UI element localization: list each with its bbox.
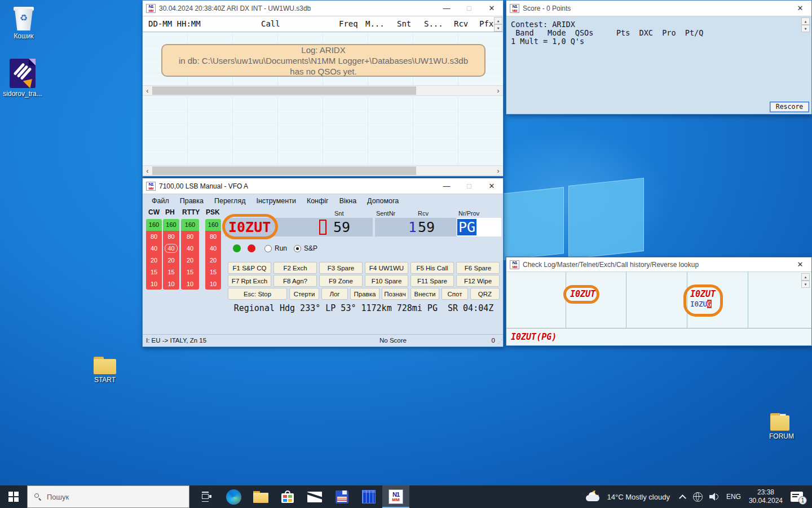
log-hscrollbar-bottom[interactable]: ‹ › <box>143 165 503 176</box>
rcv-field[interactable]: 59 <box>416 218 456 237</box>
score-spinner[interactable]: ▲▼ <box>801 17 810 32</box>
scroll-thumb[interactable] <box>152 86 416 95</box>
nrprov-field[interactable]: PG <box>457 218 501 237</box>
start-button[interactable] <box>0 485 27 508</box>
f8-button[interactable]: F8 Agn? <box>273 275 317 287</box>
scroll-thumb[interactable] <box>152 167 416 175</box>
band-button[interactable]: 40 <box>205 243 221 255</box>
log-button[interactable]: Лог <box>321 288 348 300</box>
band-button[interactable]: 160 <box>181 219 199 231</box>
f3-button[interactable]: F3 Spare <box>319 262 363 274</box>
minimize-icon[interactable]: — <box>435 1 458 16</box>
band-button[interactable]: 10 <box>205 278 221 290</box>
band-button[interactable]: 80 <box>163 231 179 243</box>
taskbar-clock[interactable]: 23:38 30.04.2024 <box>749 488 783 505</box>
f10-button[interactable]: F10 Spare <box>365 275 408 287</box>
menu-windows[interactable]: Вікна <box>339 197 356 205</box>
close-icon[interactable]: ✕ <box>789 257 811 271</box>
log-col[interactable]: Freq <box>339 19 358 28</box>
log-col[interactable]: DD-MM HH:MM <box>148 19 201 28</box>
desktop-icon-start-folder[interactable]: START <box>81 357 129 384</box>
scroll-right-icon[interactable]: › <box>493 166 503 176</box>
log-col[interactable]: M... <box>365 19 385 28</box>
log-header-spinner[interactable]: ▲▼ <box>494 17 502 32</box>
menu-edit[interactable]: Правка <box>180 197 204 205</box>
menu-file[interactable]: Файл <box>152 197 169 205</box>
menu-view[interactable]: Перегляд <box>214 197 245 205</box>
band-button[interactable]: 160 <box>146 219 162 231</box>
band-button[interactable]: 40 <box>146 243 162 255</box>
band-button[interactable]: 15 <box>146 266 162 278</box>
desktop-icon-sidorov-file[interactable]: sidorov_tra... <box>0 59 46 98</box>
check-spinner[interactable]: ▲▼ <box>801 273 810 288</box>
desktop-icon-forum-folder[interactable]: FORUM <box>758 413 805 440</box>
f11-button[interactable]: F11 Spare <box>411 275 454 287</box>
sentnr-field[interactable]: 1 <box>375 218 419 237</box>
sp-radio-selected[interactable] <box>294 245 301 252</box>
snt-field[interactable]: 59 <box>331 218 373 237</box>
band-button[interactable]: 80 <box>181 231 199 243</box>
f7-button[interactable]: F7 Rpt Exch <box>228 275 271 287</box>
band-button[interactable]: 160 <box>163 219 179 231</box>
desktop-icon-recycle-bin[interactable]: ♻ Кошик <box>0 5 47 40</box>
band-button[interactable]: 160 <box>205 219 221 231</box>
speaker-icon[interactable] <box>709 493 720 501</box>
run-radio[interactable] <box>264 245 272 252</box>
taskbar-store[interactable] <box>274 485 301 508</box>
minimize-icon[interactable]: — <box>435 178 458 194</box>
network-globe-icon[interactable] <box>693 492 703 502</box>
mark-button[interactable]: Познач <box>382 288 408 300</box>
band-button[interactable]: 80 <box>205 231 221 243</box>
check-call-master[interactable]: I0ZUT <box>690 289 716 299</box>
entry-window-titlebar[interactable]: N1MM 7100,00 LSB Manual - VFO A — □ ✕ <box>143 178 503 194</box>
scroll-left-icon[interactable]: ‹ <box>143 86 152 95</box>
language-indicator[interactable]: ENG <box>726 493 741 501</box>
band-button[interactable]: 40 <box>181 243 199 255</box>
check-call-log[interactable]: I0ZUT <box>570 289 595 299</box>
f4-button[interactable]: F4 UW1WU <box>365 262 408 274</box>
taskbar-file-explorer[interactable] <box>247 485 274 508</box>
f6-button[interactable]: F6 Spare <box>456 262 500 274</box>
band-button[interactable]: 20 <box>146 254 162 266</box>
f12-button[interactable]: F12 Wipe <box>456 275 500 287</box>
log-hscrollbar-top[interactable]: ‹ › <box>143 85 503 96</box>
close-icon[interactable]: ✕ <box>789 1 811 16</box>
f5-button[interactable]: F5 His Call <box>411 262 454 274</box>
scroll-left-icon[interactable]: ‹ <box>143 166 152 176</box>
taskbar-edge[interactable] <box>220 485 247 508</box>
taskbar-search[interactable]: Пошук <box>27 485 189 508</box>
check-window-titlebar[interactable]: N1MM Check Log/Master/Telnet/Exch/Call h… <box>506 257 811 272</box>
band-button-selected[interactable]: 40 <box>163 243 179 255</box>
qrz-button[interactable]: QRZ <box>470 288 500 300</box>
callsign-input[interactable]: I0ZUT <box>225 218 331 237</box>
band-button[interactable]: 15 <box>205 266 221 278</box>
band-button[interactable]: 20 <box>181 254 199 266</box>
band-button[interactable]: 10 <box>163 278 179 290</box>
log-col[interactable]: Pfx <box>479 19 493 28</box>
maximize-icon[interactable]: □ <box>458 178 480 194</box>
spot-button[interactable]: Спот <box>442 288 468 300</box>
edit-button[interactable]: Правка <box>350 288 379 300</box>
resize-grip-icon[interactable]: ⋰ <box>497 339 502 344</box>
log-window-titlebar[interactable]: N1MM 30.04.2024 20:38:40Z ARI DX INT - U… <box>143 1 503 16</box>
band-button[interactable]: 20 <box>163 254 179 266</box>
task-view-button[interactable] <box>193 485 220 508</box>
band-button[interactable]: 10 <box>181 278 199 290</box>
band-button[interactable]: 10 <box>146 278 162 290</box>
log-col[interactable]: Call <box>261 19 280 28</box>
taskbar-floppy-app[interactable] <box>328 485 355 508</box>
band-button[interactable]: 15 <box>163 266 179 278</box>
scroll-right-icon[interactable]: › <box>493 86 503 95</box>
store-button[interactable]: Внести <box>411 288 439 300</box>
band-button[interactable]: 80 <box>146 231 162 243</box>
notification-center[interactable]: 1 <box>791 492 803 502</box>
band-button[interactable]: 15 <box>181 266 199 278</box>
close-icon[interactable]: ✕ <box>480 1 503 16</box>
f1-button[interactable]: F1 S&P CQ <box>228 262 271 274</box>
score-window-titlebar[interactable]: N1MM Score - 0 Points ✕ <box>506 1 811 16</box>
f2-button[interactable]: F2 Exch <box>273 262 317 274</box>
log-col[interactable]: Snt <box>397 19 411 28</box>
f9-button[interactable]: F9 Zone <box>319 275 363 287</box>
menu-help[interactable]: Допомога <box>367 197 399 205</box>
menu-tools[interactable]: Інструменти <box>256 197 295 205</box>
